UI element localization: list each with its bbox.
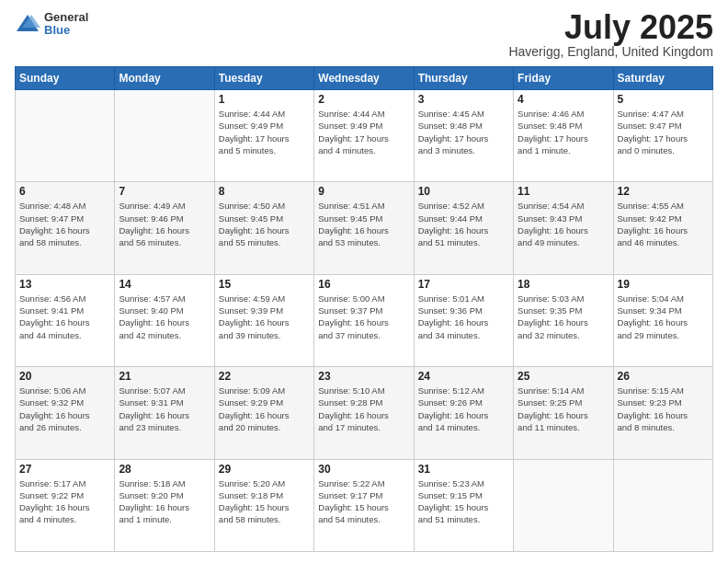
day-number: 15 [219,278,310,291]
day-info: Sunrise: 4:46 AM Sunset: 9:48 PM Dayligh… [518,108,609,156]
day-info: Sunrise: 4:56 AM Sunset: 9:41 PM Dayligh… [19,293,110,341]
day-number: 3 [418,93,509,106]
day-number: 12 [618,185,709,198]
day-info: Sunrise: 4:49 AM Sunset: 9:46 PM Dayligh… [119,200,210,248]
logo-blue: Blue [44,24,88,37]
day-number: 4 [518,93,609,106]
day-number: 29 [219,463,310,476]
day-info: Sunrise: 5:22 AM Sunset: 9:17 PM Dayligh… [318,477,409,526]
day-info: Sunrise: 5:10 AM Sunset: 9:28 PM Dayligh… [318,385,409,433]
day-info: Sunrise: 5:03 AM Sunset: 9:35 PM Dayligh… [518,293,609,341]
calendar-cell: 23Sunrise: 5:10 AM Sunset: 9:28 PM Dayli… [314,367,414,459]
day-info: Sunrise: 4:48 AM Sunset: 9:47 PM Dayligh… [19,200,110,248]
weekday-header-row: SundayMondayTuesdayWednesdayThursdayFrid… [16,67,713,90]
day-info: Sunrise: 4:57 AM Sunset: 9:40 PM Dayligh… [119,293,210,341]
calendar-cell: 22Sunrise: 5:09 AM Sunset: 9:29 PM Dayli… [214,367,313,459]
day-info: Sunrise: 5:04 AM Sunset: 9:34 PM Dayligh… [618,293,709,341]
calendar-cell: 11Sunrise: 4:54 AM Sunset: 9:43 PM Dayli… [514,182,613,274]
day-info: Sunrise: 5:09 AM Sunset: 9:29 PM Dayligh… [219,385,310,433]
calendar-cell: 28Sunrise: 5:18 AM Sunset: 9:20 PM Dayli… [115,459,214,551]
day-number: 19 [618,278,709,291]
day-info: Sunrise: 4:44 AM Sunset: 9:49 PM Dayligh… [219,108,310,156]
calendar-cell: 14Sunrise: 4:57 AM Sunset: 9:40 PM Dayli… [115,274,214,366]
day-info: Sunrise: 4:52 AM Sunset: 9:44 PM Dayligh… [418,200,509,248]
calendar-cell [16,90,115,182]
day-number: 21 [119,370,210,383]
weekday-header-monday: Monday [115,67,214,90]
day-info: Sunrise: 4:59 AM Sunset: 9:39 PM Dayligh… [219,293,310,341]
calendar-cell [613,459,712,551]
day-number: 31 [418,463,509,476]
calendar-cell: 25Sunrise: 5:14 AM Sunset: 9:25 PM Dayli… [514,367,613,459]
weekday-header-sunday: Sunday [16,67,115,90]
calendar-cell: 26Sunrise: 5:15 AM Sunset: 9:23 PM Dayli… [613,367,712,459]
week-row-4: 20Sunrise: 5:06 AM Sunset: 9:32 PM Dayli… [16,367,713,459]
day-number: 30 [318,463,409,476]
day-number: 27 [19,463,110,476]
calendar-cell: 5Sunrise: 4:47 AM Sunset: 9:47 PM Daylig… [613,90,712,182]
logo-general: General [44,11,88,24]
calendar-cell: 4Sunrise: 4:46 AM Sunset: 9:48 PM Daylig… [514,90,613,182]
calendar-cell: 6Sunrise: 4:48 AM Sunset: 9:47 PM Daylig… [16,182,115,274]
title-location: Haverigg, England, United Kingdom [508,44,713,59]
weekday-header-friday: Friday [514,67,613,90]
calendar-cell: 13Sunrise: 4:56 AM Sunset: 9:41 PM Dayli… [16,274,115,366]
day-number: 24 [418,370,509,383]
day-number: 8 [219,185,310,198]
day-number: 10 [418,185,509,198]
calendar-cell: 27Sunrise: 5:17 AM Sunset: 9:22 PM Dayli… [16,459,115,551]
day-number: 5 [618,93,709,106]
day-info: Sunrise: 5:18 AM Sunset: 9:20 PM Dayligh… [119,477,210,526]
title-block: July 2025 Haverigg, England, United King… [508,11,713,59]
week-row-1: 1Sunrise: 4:44 AM Sunset: 9:49 PM Daylig… [16,90,713,182]
day-info: Sunrise: 4:51 AM Sunset: 9:45 PM Dayligh… [318,200,409,248]
day-number: 22 [219,370,310,383]
day-info: Sunrise: 4:44 AM Sunset: 9:49 PM Dayligh… [318,108,409,156]
calendar-cell: 30Sunrise: 5:22 AM Sunset: 9:17 PM Dayli… [314,459,414,551]
calendar-cell: 7Sunrise: 4:49 AM Sunset: 9:46 PM Daylig… [115,182,214,274]
day-info: Sunrise: 4:47 AM Sunset: 9:47 PM Dayligh… [618,108,709,156]
day-info: Sunrise: 5:01 AM Sunset: 9:36 PM Dayligh… [418,293,509,341]
day-number: 1 [219,93,310,106]
day-number: 9 [318,185,409,198]
day-number: 23 [318,370,409,383]
calendar-cell: 29Sunrise: 5:20 AM Sunset: 9:18 PM Dayli… [214,459,313,551]
day-number: 7 [119,185,210,198]
calendar-cell: 15Sunrise: 4:59 AM Sunset: 9:39 PM Dayli… [214,274,313,366]
weekday-header-thursday: Thursday [414,67,513,90]
day-info: Sunrise: 5:17 AM Sunset: 9:22 PM Dayligh… [19,477,110,526]
day-info: Sunrise: 5:20 AM Sunset: 9:18 PM Dayligh… [219,477,310,526]
week-row-5: 27Sunrise: 5:17 AM Sunset: 9:22 PM Dayli… [16,459,713,551]
day-info: Sunrise: 5:07 AM Sunset: 9:31 PM Dayligh… [119,385,210,433]
calendar-cell: 21Sunrise: 5:07 AM Sunset: 9:31 PM Dayli… [115,367,214,459]
day-number: 11 [518,185,609,198]
day-number: 25 [518,370,609,383]
logo-text: General Blue [44,11,88,38]
day-info: Sunrise: 5:06 AM Sunset: 9:32 PM Dayligh… [19,385,110,433]
day-info: Sunrise: 5:12 AM Sunset: 9:26 PM Dayligh… [418,385,509,433]
day-info: Sunrise: 4:54 AM Sunset: 9:43 PM Dayligh… [518,200,609,248]
day-info: Sunrise: 5:15 AM Sunset: 9:23 PM Dayligh… [618,385,709,433]
day-info: Sunrise: 5:23 AM Sunset: 9:15 PM Dayligh… [418,477,509,526]
calendar-cell: 17Sunrise: 5:01 AM Sunset: 9:36 PM Dayli… [414,274,513,366]
logo-icon [15,11,40,37]
week-row-3: 13Sunrise: 4:56 AM Sunset: 9:41 PM Dayli… [16,274,713,366]
day-number: 18 [518,278,609,291]
calendar-cell: 3Sunrise: 4:45 AM Sunset: 9:48 PM Daylig… [414,90,513,182]
calendar-cell: 8Sunrise: 4:50 AM Sunset: 9:45 PM Daylig… [214,182,313,274]
day-number: 17 [418,278,509,291]
day-number: 26 [618,370,709,383]
week-row-2: 6Sunrise: 4:48 AM Sunset: 9:47 PM Daylig… [16,182,713,274]
title-month: July 2025 [508,11,713,44]
calendar-cell: 16Sunrise: 5:00 AM Sunset: 9:37 PM Dayli… [314,274,414,366]
calendar-cell [115,90,214,182]
weekday-header-tuesday: Tuesday [214,67,313,90]
day-number: 6 [19,185,110,198]
day-number: 2 [318,93,409,106]
day-number: 14 [119,278,210,291]
calendar-cell: 24Sunrise: 5:12 AM Sunset: 9:26 PM Dayli… [414,367,513,459]
weekday-header-saturday: Saturday [613,67,712,90]
header: General Blue July 2025 Haverigg, England… [15,11,713,59]
calendar-cell: 10Sunrise: 4:52 AM Sunset: 9:44 PM Dayli… [414,182,513,274]
calendar-cell: 12Sunrise: 4:55 AM Sunset: 9:42 PM Dayli… [613,182,712,274]
